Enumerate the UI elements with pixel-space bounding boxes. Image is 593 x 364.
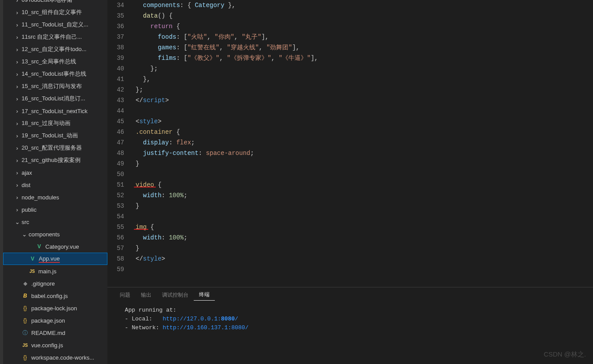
code-line[interactable]: </script>: [136, 95, 593, 106]
code-line[interactable]: img {: [136, 222, 593, 232]
code-line[interactable]: width: 100%;: [136, 232, 593, 243]
folder-item[interactable]: ›11src 自定义事件自己...: [3, 31, 107, 43]
code-line[interactable]: <style>: [136, 116, 593, 127]
chevron-right-icon: ›: [14, 46, 21, 53]
file-label: src: [22, 219, 29, 225]
panel-tabs[interactable]: 问题输出调试控制台终端: [107, 287, 593, 302]
folder-item[interactable]: ⌄src: [3, 216, 107, 228]
file-label: 14_src_TodoList事件总线: [22, 70, 86, 78]
chevron-right-icon: ›: [14, 194, 21, 201]
line-number: 58: [107, 254, 124, 264]
folder-item[interactable]: ›19_src_TodoList_动画: [3, 129, 107, 142]
code-line[interactable]: data() {: [136, 11, 593, 21]
chevron-right-icon: ›: [14, 95, 21, 102]
vue-icon: V: [36, 243, 43, 250]
chevron-right-icon: ›: [14, 107, 21, 114]
code-line[interactable]: </style>: [136, 254, 593, 264]
code-line[interactable]: return {: [136, 21, 593, 32]
file-label: 11_src_TodoList_自定义...: [22, 21, 88, 29]
code-line[interactable]: }: [136, 158, 593, 169]
line-number: 49: [107, 158, 124, 169]
panel-tab[interactable]: 输出: [136, 290, 157, 301]
file-label: 11src 自定义事件自己...: [22, 33, 82, 41]
code-line[interactable]: };: [136, 63, 593, 74]
code-line[interactable]: components: { Category },: [136, 0, 593, 11]
file-label: vue.config.js: [31, 342, 63, 349]
code-line[interactable]: display: flex;: [136, 137, 593, 148]
line-number: 46: [107, 127, 124, 137]
code-line[interactable]: width: 100%;: [136, 190, 593, 201]
panel-tab[interactable]: 调试控制台: [157, 290, 194, 301]
code-line[interactable]: },: [136, 74, 593, 85]
file-item[interactable]: ◆.gitignore: [3, 277, 107, 290]
file-item[interactable]: VApp.vue: [3, 253, 107, 265]
line-number: 43: [107, 95, 124, 106]
folder-item[interactable]: ›14_src_TodoList事件总线: [3, 68, 107, 80]
file-label: 15_src_消息订阅与发布: [22, 82, 82, 90]
line-number: 41: [107, 74, 124, 85]
folder-item[interactable]: ›21_src_github搜索案例: [3, 154, 107, 166]
code-line[interactable]: [136, 211, 593, 222]
chevron-right-icon: ›: [14, 58, 21, 65]
code-line[interactable]: .container {: [136, 127, 593, 137]
code-line[interactable]: }: [136, 201, 593, 211]
file-item[interactable]: {}package-lock.json: [3, 302, 107, 314]
local-url[interactable]: http://127.0.0.1:8080/: [162, 316, 238, 322]
code-line[interactable]: games: ["红警在线", "穿越火线", "劲舞团"],: [136, 42, 593, 53]
chevron-right-icon: ›: [14, 9, 21, 16]
folder-item[interactable]: ⌄components: [3, 228, 107, 240]
file-item[interactable]: VCategory.vue: [3, 240, 107, 253]
file-explorer[interactable]: ›09TodoList本地存储›10_src_组件自定义事件›11_src_To…: [3, 0, 107, 364]
folder-item[interactable]: ›public: [3, 203, 107, 216]
folder-item[interactable]: ›ajax: [3, 166, 107, 179]
folder-item[interactable]: ›17_src_TodoList_nextTick: [3, 105, 107, 117]
file-label: .gitignore: [31, 280, 55, 287]
code-content[interactable]: components: { Category }, data() { retur…: [132, 0, 593, 287]
folder-item[interactable]: ›dist: [3, 179, 107, 191]
panel-tab[interactable]: 终端: [194, 289, 215, 301]
js-icon: JS: [29, 268, 36, 275]
code-editor[interactable]: 3435363738394041424344454647484950515253…: [107, 0, 593, 287]
code-line[interactable]: }: [136, 243, 593, 254]
file-label: App.vue: [39, 255, 60, 263]
chevron-right-icon: ›: [14, 181, 21, 188]
file-item[interactable]: {}workspace.code-works...: [3, 351, 107, 364]
babel-icon: B: [22, 292, 29, 299]
code-line[interactable]: films: ["《教父》", "《拆弹专家》", "《牛逼》"],: [136, 53, 593, 63]
code-line[interactable]: [136, 106, 593, 116]
folder-item[interactable]: ›09TodoList本地存储: [3, 0, 107, 6]
file-label: README.md: [31, 330, 65, 336]
folder-item[interactable]: ›13_src_全局事件总线: [3, 55, 107, 68]
code-line[interactable]: };: [136, 85, 593, 95]
folder-item[interactable]: ›20_src_配置代理服务器: [3, 142, 107, 154]
folder-item[interactable]: ›12_src_自定义事件todo...: [3, 43, 107, 55]
panel-tab[interactable]: 问题: [114, 290, 136, 301]
file-item[interactable]: {}package.json: [3, 314, 107, 327]
folder-item[interactable]: ›18_src_过度与动画: [3, 117, 107, 129]
network-url[interactable]: http://10.160.137.1:8080/: [162, 324, 248, 331]
code-line[interactable]: [136, 169, 593, 180]
terminal-output[interactable]: App running at: - Local: http://127.0.0.…: [107, 302, 593, 364]
folder-item[interactable]: ›15_src_消息订阅与发布: [3, 80, 107, 92]
chevron-right-icon: ›: [14, 144, 21, 151]
git-icon: ◆: [22, 280, 29, 287]
bottom-panel: 问题输出调试控制台终端 App running at: - Local: htt…: [107, 287, 593, 364]
file-item[interactable]: JSmain.js: [3, 265, 107, 277]
chevron-down-icon: ⌄: [21, 231, 28, 238]
file-item[interactable]: ⓘREADME.md: [3, 327, 107, 339]
line-number: 55: [107, 222, 124, 232]
file-item[interactable]: JSvue.config.js: [3, 339, 107, 351]
file-item[interactable]: Bbabel.config.js: [3, 290, 107, 302]
code-line[interactable]: justify-content: space-around;: [136, 148, 593, 158]
file-label: components: [29, 231, 60, 238]
code-line[interactable]: [136, 264, 593, 275]
line-number: 39: [107, 53, 124, 63]
folder-item[interactable]: ›16_src_TodoList消息订...: [3, 92, 107, 105]
code-line[interactable]: video {: [136, 180, 593, 190]
file-label: 19_src_TodoList_动画: [22, 132, 78, 140]
folder-item[interactable]: ›10_src_组件自定义事件: [3, 6, 107, 18]
code-line[interactable]: foods: ["火咕", "你肉", "丸子"],: [136, 32, 593, 42]
folder-item[interactable]: ›11_src_TodoList_自定义...: [3, 18, 107, 31]
folder-item[interactable]: ›node_modules: [3, 191, 107, 203]
chevron-right-icon: ›: [14, 169, 21, 176]
